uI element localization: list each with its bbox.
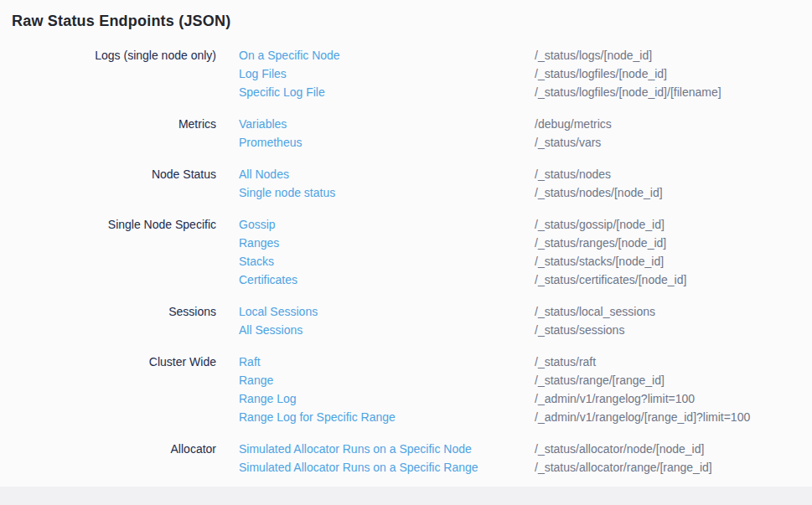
endpoint-row: All Sessions/_status/sessions	[239, 321, 812, 339]
endpoint-path: /_status/nodes	[535, 165, 611, 183]
endpoint-link[interactable]: Simulated Allocator Runs on a Specific R…	[239, 458, 535, 477]
endpoint-link[interactable]: Ranges	[239, 234, 535, 252]
endpoint-link[interactable]: Range	[239, 371, 535, 389]
category-label: Node Status	[12, 165, 216, 183]
endpoint-row: Certificates/_status/certificates/[node_…	[239, 271, 812, 289]
endpoint-row: Prometheus/_status/vars	[239, 133, 812, 152]
endpoint-row: Single node status/_status/nodes/[node_i…	[239, 183, 812, 202]
endpoint-path: /_status/local_sessions	[535, 302, 655, 321]
endpoint-link[interactable]: All Nodes	[239, 165, 535, 183]
category-label: Single Node Specific	[12, 215, 216, 234]
endpoint-path: /_status/logs/[node_id]	[535, 46, 652, 64]
endpoint-group: Logs (single node only)On a Specific Nod…	[12, 46, 812, 101]
endpoint-path: /_admin/v1/rangelog?limit=100	[535, 389, 695, 408]
endpoint-path: /_status/logfiles/[node_id]/[filename]	[535, 83, 721, 101]
endpoint-link[interactable]: Prometheus	[239, 133, 535, 152]
endpoint-rows: Simulated Allocator Runs on a Specific N…	[239, 440, 812, 477]
endpoint-link[interactable]: Specific Log File	[239, 83, 535, 101]
endpoint-row: Simulated Allocator Runs on a Specific R…	[239, 458, 812, 477]
endpoint-link[interactable]: Log Files	[239, 64, 535, 83]
endpoint-link[interactable]: Gossip	[239, 215, 535, 234]
endpoint-group: AllocatorSimulated Allocator Runs on a S…	[12, 440, 812, 477]
endpoint-rows: Gossip/_status/gossip/[node_id]Ranges/_s…	[239, 215, 812, 289]
endpoint-link[interactable]: Single node status	[239, 183, 535, 202]
endpoint-row: Specific Log File/_status/logfiles/[node…	[239, 83, 812, 101]
endpoint-row: Simulated Allocator Runs on a Specific N…	[239, 440, 812, 458]
endpoint-link[interactable]: Range Log	[239, 389, 535, 408]
endpoint-link[interactable]: Local Sessions	[239, 302, 535, 321]
endpoint-rows: Variables/debug/metricsPrometheus/_statu…	[239, 115, 812, 152]
endpoint-path: /_status/certificates/[node_id]	[535, 271, 686, 289]
endpoint-link[interactable]: Certificates	[239, 271, 535, 289]
endpoint-row: Variables/debug/metrics	[239, 115, 812, 133]
endpoint-path: /_status/ranges/[node_id]	[535, 234, 666, 252]
endpoint-row: Range Log for Specific Range/_admin/v1/r…	[239, 408, 812, 426]
endpoint-row: All Nodes/_status/nodes	[239, 165, 812, 183]
endpoint-rows: Raft/_status/raftRange/_status/range/[ra…	[239, 353, 812, 426]
endpoint-row: Log Files/_status/logfiles/[node_id]	[239, 64, 812, 83]
endpoint-group: SessionsLocal Sessions/_status/local_ses…	[12, 302, 812, 339]
endpoint-path: /debug/metrics	[535, 115, 612, 133]
endpoint-link[interactable]: Stacks	[239, 252, 535, 271]
endpoint-rows: All Nodes/_status/nodesSingle node statu…	[239, 165, 812, 202]
endpoint-group: Node StatusAll Nodes/_status/nodesSingle…	[12, 165, 812, 202]
page-title: Raw Status Endpoints (JSON)	[12, 11, 812, 31]
endpoint-path: /_status/range/[range_id]	[535, 371, 665, 389]
endpoint-row: On a Specific Node/_status/logs/[node_id…	[239, 46, 812, 64]
endpoint-path: /_status/allocator/node/[node_id]	[535, 440, 704, 458]
endpoint-rows: Local Sessions/_status/local_sessionsAll…	[239, 302, 812, 339]
endpoint-path: /_status/sessions	[535, 321, 624, 339]
category-label: Cluster Wide	[12, 353, 216, 371]
endpoint-path: /_admin/v1/rangelog/[range_id]?limit=100	[535, 408, 750, 426]
endpoint-row: Ranges/_status/ranges/[node_id]	[239, 234, 812, 252]
endpoint-link[interactable]: Range Log for Specific Range	[239, 408, 535, 426]
endpoint-table: Logs (single node only)On a Specific Nod…	[12, 46, 812, 477]
endpoint-row: Stacks/_status/stacks/[node_id]	[239, 252, 812, 271]
endpoint-path: /_status/raft	[535, 353, 596, 371]
category-label: Allocator	[12, 440, 216, 458]
endpoint-path: /_status/vars	[535, 133, 601, 152]
endpoint-link[interactable]: All Sessions	[239, 321, 535, 339]
endpoint-group: Single Node SpecificGossip/_status/gossi…	[12, 215, 812, 289]
category-label: Sessions	[12, 302, 216, 321]
endpoint-link[interactable]: Simulated Allocator Runs on a Specific N…	[239, 440, 535, 458]
endpoint-link[interactable]: On a Specific Node	[239, 46, 535, 64]
category-label: Metrics	[12, 115, 216, 133]
endpoint-row: Gossip/_status/gossip/[node_id]	[239, 215, 812, 234]
endpoint-row: Range/_status/range/[range_id]	[239, 371, 812, 389]
endpoint-path: /_status/logfiles/[node_id]	[535, 64, 667, 83]
endpoint-path: /_status/allocator/range/[range_id]	[535, 458, 712, 477]
endpoint-path: /_status/gossip/[node_id]	[535, 215, 665, 234]
endpoint-link[interactable]: Variables	[239, 115, 535, 133]
endpoint-group: Cluster WideRaft/_status/raftRange/_stat…	[12, 353, 812, 426]
endpoint-group: MetricsVariables/debug/metricsPrometheus…	[12, 115, 812, 152]
footer-strip	[0, 487, 812, 505]
category-label: Logs (single node only)	[12, 46, 216, 64]
endpoint-row: Local Sessions/_status/local_sessions	[239, 302, 812, 321]
endpoint-path: /_status/stacks/[node_id]	[535, 252, 664, 271]
endpoint-link[interactable]: Raft	[239, 353, 535, 371]
endpoint-rows: On a Specific Node/_status/logs/[node_id…	[239, 46, 812, 101]
endpoint-row: Raft/_status/raft	[239, 353, 812, 371]
endpoint-path: /_status/nodes/[node_id]	[535, 183, 663, 202]
endpoint-row: Range Log/_admin/v1/rangelog?limit=100	[239, 389, 812, 408]
debug-page: Raw Status Endpoints (JSON) Logs (single…	[0, 0, 812, 487]
